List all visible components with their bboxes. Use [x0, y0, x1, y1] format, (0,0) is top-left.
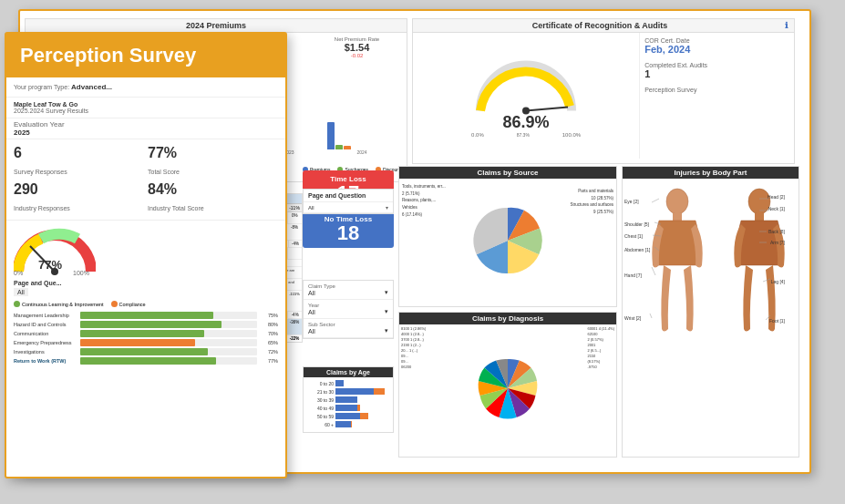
- pq-title: Page and Question: [304, 190, 393, 202]
- pie-left-labels: Tools, instruments, err... 2 (5.71%) Rea…: [402, 183, 446, 218]
- total-score-label: Total Score: [148, 169, 180, 175]
- svg-text:100%: 100%: [73, 270, 89, 276]
- body-svg: Eye [2] Head [2] Neck [1] Shoulder [5] C…: [623, 179, 796, 443]
- gauge-section: 0% 100% 77%: [6, 221, 285, 277]
- gauge-max: 100.0%: [562, 132, 581, 138]
- diag-right-labels: 60001 4 (11.4%) 62100 2 (0.57%) 2001 2 (…: [587, 326, 614, 370]
- survey-bar-comm: Communication 70%: [14, 330, 278, 337]
- pie-label-reasons2: Reasons, plants,...: [402, 197, 446, 204]
- survey-bar-fill-green-hazard: [80, 321, 222, 328]
- svg-line-0: [526, 108, 568, 111]
- claim-type-dropdown[interactable]: Claim Type All ▾: [304, 281, 393, 300]
- cert-perception-label: Perception Survey: [644, 87, 789, 93]
- claim-type-val: All: [308, 290, 315, 296]
- age-row-40-49: 40 to 49: [306, 405, 390, 411]
- body-label-hand: Hand [7]: [624, 273, 643, 278]
- bar-2024-premiums: [327, 122, 335, 149]
- svg-line-16: [652, 267, 655, 275]
- sub-sector-dropdown[interactable]: Sub Sector All ▾: [304, 319, 393, 338]
- age-track-60plus: [335, 421, 390, 427]
- industry-responses-value: 290: [14, 181, 144, 198]
- diag-label-8: -9750: [587, 365, 614, 370]
- age-fill-blue-40-49: [335, 405, 357, 411]
- page-question-area: Page and Que... All: [6, 277, 285, 299]
- pie-label-structures-pct: 9 (25.57%): [570, 209, 613, 216]
- survey-bar-rtw: Return to Work (RTW) 77%: [14, 357, 278, 365]
- no-time-loss-box: No Time Loss 18: [303, 211, 394, 248]
- bar-group-2024: [327, 122, 398, 149]
- survey-bar-track-comm: [80, 330, 257, 337]
- age-track-0-20: [335, 380, 390, 386]
- survey-bar-emerg: Emergency Preparedness 65%: [14, 339, 278, 346]
- legend-compliance: Compliance: [111, 301, 146, 307]
- program-type-section: Your program Type: Advanced...: [6, 77, 285, 98]
- industry-total-score-value: 84%: [148, 181, 278, 198]
- pie-label-reasons: 2 (5.71%): [402, 190, 446, 198]
- injuries-title: Injuries by Body Part: [623, 167, 799, 179]
- page-q-title: Page and Que...: [14, 280, 62, 286]
- chevron-down-icon: ▾: [386, 204, 388, 211]
- row-total-c5: -22%: [287, 335, 302, 342]
- survey-bars-container: Management Leadership 75% Hazard ID and …: [6, 309, 285, 369]
- body-label-back: Back [8]: [768, 229, 786, 234]
- survey-bar-track-mgmt: [80, 312, 257, 319]
- survey-bar-pct-rtw: 77%: [260, 358, 278, 364]
- bar-2024-surcharges: [335, 145, 343, 149]
- svg-point-4: [666, 189, 688, 214]
- age-fill-orange-40-49: [357, 405, 360, 411]
- body-label-eye: Eye [2]: [624, 199, 639, 204]
- claims-age-title: Claims by Age: [304, 367, 393, 377]
- front-panel: Perception Survey Your program Type: Adv…: [5, 32, 287, 478]
- cor-cert-date: COR Cert. Date Feb, 2024: [644, 37, 789, 55]
- row-mgmt-c5: 0%: [288, 212, 302, 223]
- eval-year-value: 2025: [14, 129, 30, 137]
- row-emerg-sub4-c5: -115%: [287, 291, 302, 311]
- net-rate: Net Premium Rate $1.54 -0.02: [311, 36, 403, 58]
- survey-bar-fill-green-invest: [80, 348, 208, 355]
- age-row-0-20: 0 to 20: [306, 380, 390, 386]
- pie-label-parts: Parts and materials: [570, 188, 613, 195]
- body-label-chest: Chest [1]: [624, 233, 644, 239]
- row-hazard-c5: -8%: [287, 224, 302, 240]
- svg-rect-7: [755, 213, 764, 221]
- age-fill-blue-0-20: [335, 380, 344, 386]
- age-fill-orange-50-59: [360, 413, 368, 419]
- gauge-percent: 77%: [38, 258, 62, 272]
- all-dropdown[interactable]: All ▾: [304, 202, 393, 213]
- cert-info-area: COR Cert. Date Feb, 2024 Completed Ext. …: [639, 33, 794, 159]
- stats-grid: 6 Survey Responses 77% Total Score 290 I…: [6, 139, 285, 221]
- x-label-2024: 2024: [356, 149, 366, 155]
- age-fill-orange-21-30: [374, 388, 385, 395]
- info-icon[interactable]: ℹ: [785, 21, 788, 30]
- year-val: All: [308, 309, 315, 315]
- survey-legend: Continuous Learning & Improvement Compli…: [6, 299, 285, 309]
- pie-label-tools: Tools, instruments, err...: [402, 183, 446, 190]
- age-track-21-30: [335, 388, 390, 395]
- survey-bar-label-invest: Investigations: [14, 349, 77, 355]
- survey-bar-label-comm: Communication: [14, 331, 77, 336]
- eval-year-section: Evaluation Year 2025: [6, 118, 285, 139]
- survey-bar-pct-invest: 72%: [260, 349, 278, 355]
- perception-survey-header: Perception Survey: [6, 34, 285, 77]
- body-label-leg: Leg [4]: [771, 279, 786, 284]
- svg-rect-5: [673, 213, 682, 221]
- year-chevron: ▾: [385, 308, 388, 315]
- survey-responses-label: Survey Responses: [14, 169, 67, 175]
- pie-label-parts-pct: 10 (28.57%): [570, 195, 613, 202]
- year-dropdown[interactable]: Year All ▾: [304, 300, 393, 319]
- diag-left-labels: 8100 1 (2.86%) 4000 1 (2.8...) 3700 1 (2…: [401, 326, 426, 370]
- claims-age-bars: 0 to 20 21 to 30 30 to 39: [304, 377, 393, 432]
- net-rate-value: $1.54: [311, 42, 403, 53]
- svg-line-8: [652, 199, 659, 202]
- premiums-title: 2024 Premiums: [26, 19, 407, 33]
- row-rtw-c5: -36%: [287, 319, 302, 334]
- age-fill-blue-50-59: [335, 413, 360, 419]
- row-invest-c5: -4%: [288, 312, 302, 318]
- survey-bar-mgmt: Management Leadership 75%: [14, 312, 278, 319]
- completed-ext-audits: Completed Ext. Audits 1: [644, 62, 789, 79]
- perception-survey-title: Perception Survey: [20, 44, 196, 67]
- industry-responses: 290 Industry Responses: [14, 181, 144, 214]
- svg-line-18: [650, 314, 652, 318]
- th-11: -11%: [287, 204, 302, 211]
- completed-ext-value: 1: [644, 68, 789, 79]
